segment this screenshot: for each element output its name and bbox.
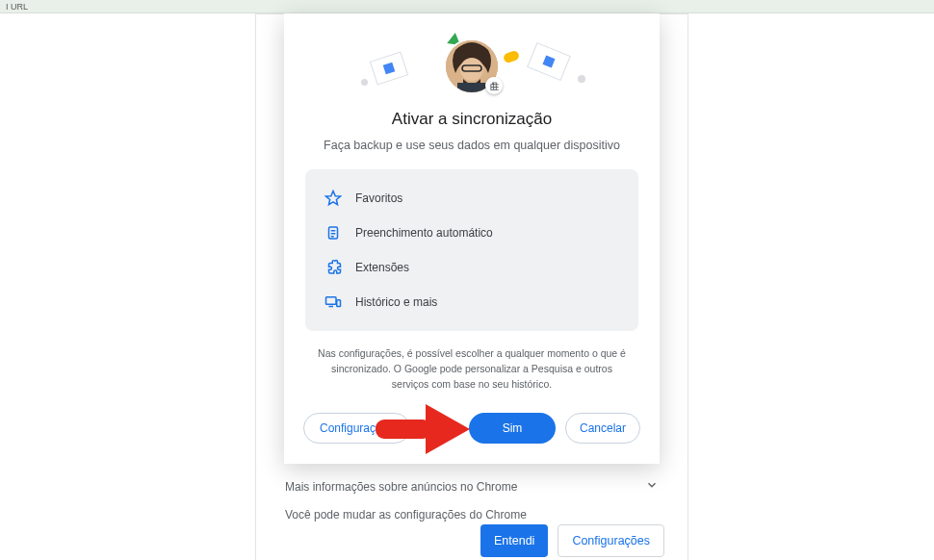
feature-label: Histórico e mais <box>355 295 437 309</box>
sync-feature-list: Favoritos Preenchimento automático Exten… <box>305 169 638 331</box>
sync-dialog: Ativar a sincronização Faça backup e use… <box>284 13 660 464</box>
feature-autofill: Preenchimento automático <box>321 216 623 250</box>
dialog-subtitle: Faça backup e use seus dados em qualquer… <box>284 139 660 152</box>
confetti-icon <box>578 75 585 83</box>
dialog-fineprint: Nas configurações, é possível escolher a… <box>313 346 631 392</box>
feature-label: Favoritos <box>355 191 402 205</box>
feature-extensions: Extensões <box>321 250 623 285</box>
device-card-icon <box>527 42 571 81</box>
ads-info-expander[interactable]: Mais informações sobre anúncios no Chrom… <box>285 474 659 506</box>
ads-info-label: Mais informações sobre anúncios no Chrom… <box>285 480 517 494</box>
cancel-button[interactable]: Cancelar <box>565 413 640 444</box>
svg-marker-5 <box>326 191 341 205</box>
feature-bookmarks: Favoritos <box>321 181 623 216</box>
footer-settings-button[interactable]: Configurações <box>558 524 664 557</box>
chevron-down-icon <box>645 478 659 495</box>
feature-history: Histórico e mais <box>321 285 623 319</box>
puzzle-icon <box>324 259 342 276</box>
confetti-icon <box>361 79 368 86</box>
understood-button[interactable]: Entendi <box>480 524 548 557</box>
dialog-settings-button[interactable]: Configurações <box>303 413 410 444</box>
confetti-icon <box>503 50 520 64</box>
dialog-hero <box>284 13 660 102</box>
feature-label: Preenchimento automático <box>355 226 493 240</box>
top-strip-text: I URL <box>6 2 28 12</box>
star-icon <box>324 190 342 207</box>
business-icon <box>485 77 503 94</box>
svg-rect-4 <box>457 83 486 92</box>
feature-label: Extensões <box>355 261 409 274</box>
clipboard-icon <box>324 224 342 242</box>
svg-rect-11 <box>337 300 341 307</box>
yes-button[interactable]: Sim <box>469 413 556 444</box>
svg-rect-10 <box>326 297 337 305</box>
devices-icon <box>324 293 342 311</box>
svg-point-1 <box>460 58 483 81</box>
device-card-icon <box>370 51 408 85</box>
change-settings-note: Você pode mudar as configurações do Chro… <box>285 508 659 522</box>
page-top-strip: I URL <box>0 0 934 13</box>
dialog-title: Ativar a sincronização <box>284 110 660 129</box>
